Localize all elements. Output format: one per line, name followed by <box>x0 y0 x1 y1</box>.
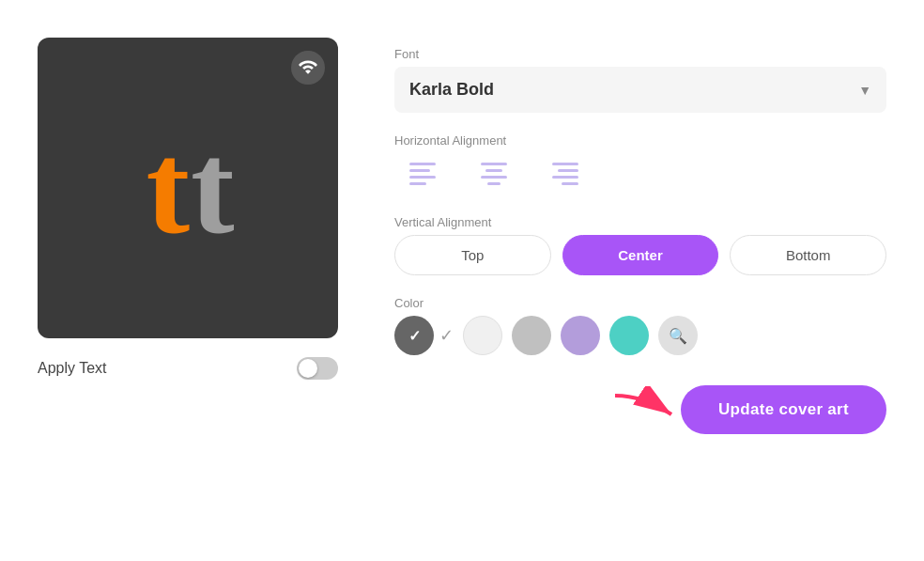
update-cover-art-button[interactable]: Update cover art <box>681 385 886 434</box>
h-align-options <box>394 153 886 195</box>
vertical-alignment-section: Vertical Alignment Top Center Bottom <box>394 215 886 275</box>
align-line <box>487 182 500 185</box>
horizontal-alignment-section: Horizontal Alignment <box>394 133 886 195</box>
apply-text-label: Apply Text <box>38 360 107 377</box>
color-check-icon: ✓ <box>439 325 454 346</box>
align-center-lines <box>481 163 507 185</box>
font-dropdown[interactable]: Karla Bold ▼ <box>394 67 886 113</box>
v-align-options: Top Center Bottom <box>394 235 886 275</box>
color-label: Color <box>394 296 886 310</box>
color-swatch-dark-gray[interactable] <box>394 316 434 355</box>
v-align-top-button[interactable]: Top <box>394 235 551 275</box>
update-section: Update cover art <box>394 385 886 434</box>
letter-t-orange: t <box>146 122 185 254</box>
color-swatch-teal[interactable] <box>609 316 649 355</box>
align-line <box>552 163 578 165</box>
apply-text-row: Apply Text <box>38 357 338 380</box>
right-panel: Font Karla Bold ▼ Horizontal Alignment <box>394 38 886 434</box>
font-selected-value: Karla Bold <box>409 80 494 100</box>
align-line <box>409 163 436 165</box>
cover-art-preview: t t <box>38 38 338 338</box>
color-swatch-purple[interactable] <box>561 316 600 355</box>
v-align-center-button[interactable]: Center <box>562 235 719 275</box>
v-align-bottom-button[interactable]: Bottom <box>730 235 886 275</box>
align-line <box>409 169 430 172</box>
arrow-container: Update cover art <box>681 385 886 434</box>
eyedropper-button[interactable]: 🔍 <box>658 316 698 355</box>
align-line <box>481 176 507 179</box>
align-line <box>558 169 578 172</box>
color-swatch-white[interactable] <box>463 316 502 355</box>
align-line <box>409 182 426 185</box>
font-label: Font <box>394 47 886 61</box>
dropdown-arrow-icon: ▼ <box>858 83 871 98</box>
left-panel: t t Apply Text <box>38 38 338 380</box>
letter-t-gray: t <box>191 122 230 254</box>
main-container: t t Apply Text Font Karla Bold ▼ Horizon… <box>0 0 924 561</box>
toggle-knob <box>299 359 317 378</box>
wifi-icon <box>299 58 317 77</box>
align-line <box>562 182 578 185</box>
color-options: ✓ 🔍 <box>394 316 886 355</box>
apply-text-toggle[interactable] <box>297 357 338 380</box>
podcast-icon <box>291 51 325 85</box>
h-align-label: Horizontal Alignment <box>394 133 886 148</box>
align-left-lines <box>409 163 436 185</box>
align-left-button[interactable] <box>394 153 451 195</box>
align-line <box>552 176 578 179</box>
color-section: Color ✓ 🔍 <box>394 296 886 355</box>
align-right-lines <box>552 163 578 185</box>
align-right-button[interactable] <box>537 153 593 195</box>
font-section: Font Karla Bold ▼ <box>394 47 886 113</box>
eyedropper-icon: 🔍 <box>669 327 687 345</box>
align-line <box>409 176 436 179</box>
align-line <box>485 169 502 172</box>
color-swatch-light-gray[interactable] <box>512 316 551 355</box>
tt-logo: t t <box>146 122 229 254</box>
v-align-label: Vertical Alignment <box>394 215 886 229</box>
arrow-indicator <box>606 386 690 433</box>
align-line <box>481 163 507 165</box>
align-center-button[interactable] <box>466 153 522 195</box>
